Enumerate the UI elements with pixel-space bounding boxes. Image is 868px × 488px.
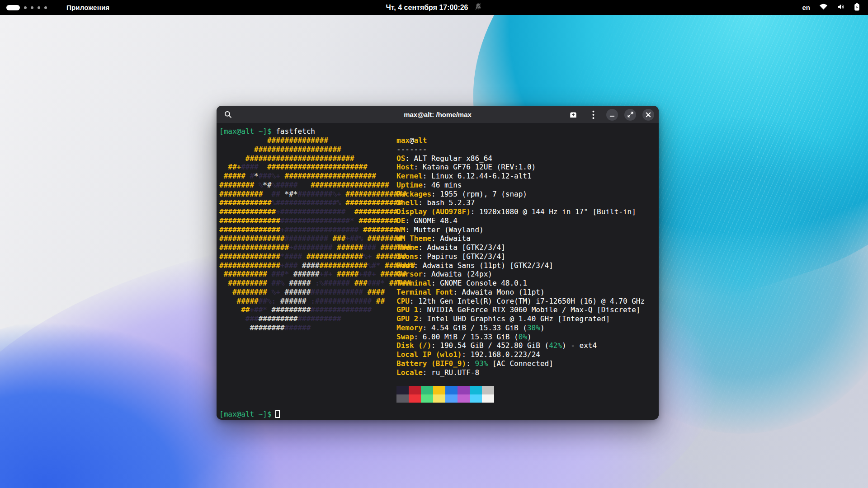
palette-swatch: [445, 394, 458, 403]
desktop: Приложения Чт, 4 сентября 17:00:26 en: [0, 0, 868, 488]
window-titlebar[interactable]: max@alt: /home/max: [217, 106, 659, 124]
fastfetch-info-lines: OS: ALT Regular x86_64Host: Katana GF76 …: [396, 154, 645, 377]
top-bar: Приложения Чт, 4 сентября 17:00:26 en: [0, 0, 868, 15]
palette-swatch: [482, 394, 494, 403]
system-status-area[interactable]: en: [802, 0, 868, 15]
close-button[interactable]: [642, 109, 654, 121]
palette-swatch: [470, 394, 482, 403]
palette-row-bright: [396, 394, 645, 403]
shell-prompt: [max@alt ~]$: [219, 127, 272, 136]
maximize-button[interactable]: [624, 109, 636, 121]
menu-kebab-button[interactable]: [586, 108, 600, 122]
palette-swatch: [458, 386, 470, 394]
command-text: fastfetch: [272, 127, 315, 136]
palette-swatch: [445, 386, 458, 394]
applications-menu[interactable]: Приложения: [66, 4, 109, 11]
palette-swatch: [409, 386, 421, 394]
workspace-dot-4[interactable]: [44, 6, 47, 9]
palette-swatch: [433, 394, 445, 403]
workspace-dot-2[interactable]: [31, 6, 33, 9]
palette-swatch: [396, 394, 409, 403]
fastfetch-color-palette: [396, 386, 645, 403]
wifi-icon: [819, 3, 828, 12]
shell-prompt: [max@alt ~]$: [219, 410, 272, 418]
notifications-disabled-icon: [475, 3, 482, 12]
fastfetch-title: max@alt: [396, 136, 645, 145]
window-title: max@alt: /home/max: [404, 111, 472, 118]
battery-charging-icon: [854, 3, 860, 13]
terminal-content: [max@alt ~]$ fastfetch ############## ##…: [217, 124, 659, 419]
palette-swatch: [458, 394, 470, 403]
workspace-indicator-active[interactable]: [6, 5, 20, 10]
palette-swatch: [482, 386, 494, 394]
terminal-window: max@alt: /home/max [max@: [217, 106, 659, 420]
volume-icon: [837, 3, 845, 12]
palette-swatch: [421, 394, 433, 403]
palette-swatch: [409, 394, 421, 403]
workspace-dot-3[interactable]: [38, 6, 40, 9]
keyboard-layout-indicator[interactable]: en: [802, 4, 810, 11]
terminal-cursor: [275, 410, 280, 418]
workspace-dot-1[interactable]: [24, 6, 27, 9]
palette-swatch: [421, 386, 433, 394]
fastfetch-separator: -------: [396, 145, 645, 154]
minimize-button[interactable]: [606, 109, 618, 121]
activities-area[interactable]: Приложения: [0, 0, 109, 15]
palette-swatch: [433, 386, 445, 394]
new-tab-button[interactable]: [566, 108, 580, 122]
search-button[interactable]: [221, 108, 235, 122]
fastfetch-info: max@alt ------- OS: ALT Regular x86_64Ho…: [396, 136, 645, 403]
clock-label: Чт, 4 сентября 17:00:26: [386, 4, 468, 12]
palette-swatch: [470, 386, 482, 394]
fastfetch-ascii-logo: ############## #################### ####…: [219, 136, 415, 333]
command-line: [max@alt ~]$ fastfetch: [219, 127, 315, 136]
clock-menu[interactable]: Чт, 4 сентября 17:00:26: [386, 0, 482, 15]
palette-row-normal: [396, 386, 645, 394]
prompt-line: [max@alt ~]$: [219, 410, 280, 419]
palette-swatch: [396, 386, 409, 394]
